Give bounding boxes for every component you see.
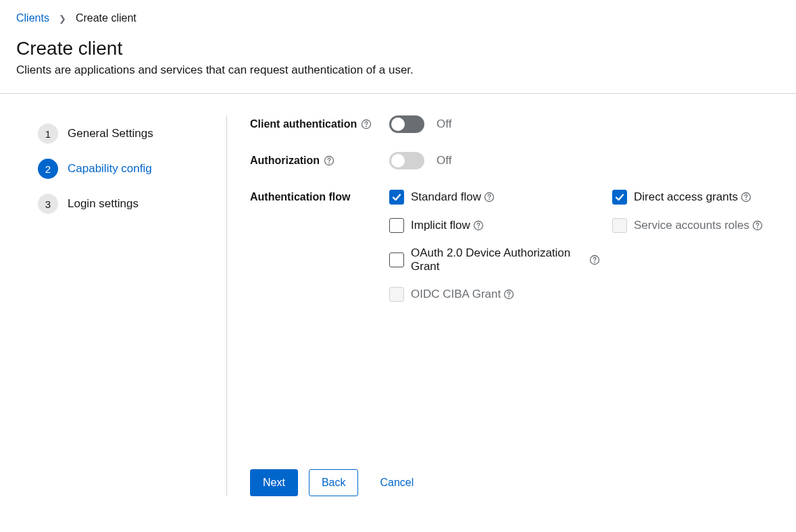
step-number: 2 (38, 159, 58, 179)
label-client-authentication: Client authentication (250, 115, 389, 130)
cancel-button[interactable]: Cancel (369, 470, 424, 496)
toggle-state-label: Off (437, 117, 451, 131)
checkbox-label: Standard flow (411, 190, 481, 204)
checkbox-box (389, 190, 404, 205)
help-icon[interactable] (361, 119, 372, 130)
toggle-authorization (389, 152, 424, 169)
checkbox-box (612, 190, 627, 205)
breadcrumb-parent-link[interactable]: Clients (16, 12, 49, 24)
wizard-nav: 1 General Settings 2 Capability config 3… (16, 115, 227, 496)
wizard-step-login-settings[interactable]: 3 Login settings (38, 194, 226, 214)
wizard-step-capability-config[interactable]: 2 Capability config (38, 159, 226, 179)
label-authorization: Authorization (250, 152, 389, 167)
page-header: Create client Clients are applications a… (0, 31, 796, 93)
wizard-step-general-settings[interactable]: 1 General Settings (38, 124, 226, 144)
step-number: 3 (38, 194, 58, 214)
toggle-knob (391, 117, 405, 131)
label-authentication-flow: Authentication flow (250, 188, 389, 203)
toggle-state-label: Off (437, 154, 451, 167)
back-button[interactable]: Back (309, 469, 359, 496)
checkbox-box (389, 287, 404, 302)
step-number: 1 (38, 124, 58, 144)
checkbox-label: OAuth 2.0 Device Authorization Grant (411, 246, 587, 273)
checkbox-implicit-flow[interactable]: Implicit flow (389, 218, 600, 233)
help-icon[interactable] (473, 220, 484, 231)
breadcrumb: Clients ❯ Create client (0, 0, 796, 31)
page-title: Create client (16, 38, 780, 59)
form-area: Client authentication Off Authorization (227, 115, 780, 496)
checkbox-service-accounts-roles: Service accounts roles (612, 218, 763, 233)
row-authentication-flow: Authentication flow Standard flow (250, 188, 780, 302)
help-icon[interactable] (752, 220, 763, 231)
next-button[interactable]: Next (250, 469, 298, 496)
step-label: Login settings (68, 197, 139, 211)
breadcrumb-current: Create client (76, 12, 136, 24)
row-authorization: Authorization Off (250, 152, 780, 169)
checkbox-direct-access-grants[interactable]: Direct access grants (612, 190, 751, 205)
label-text: Authorization (250, 155, 320, 167)
checkbox-oauth-device-grant[interactable]: OAuth 2.0 Device Authorization Grant (389, 246, 600, 273)
label-text: Authentication flow (250, 191, 350, 203)
help-icon[interactable] (484, 192, 495, 203)
page-description: Clients are applications and services th… (16, 63, 780, 77)
help-icon[interactable] (589, 255, 600, 265)
help-icon[interactable] (324, 155, 334, 166)
checkbox-label: Service accounts roles (634, 219, 749, 232)
form-footer: Next Back Cancel (250, 453, 780, 496)
checkbox-oidc-ciba-grant: OIDC CIBA Grant (389, 287, 600, 302)
checkbox-box (389, 252, 404, 267)
help-icon[interactable] (503, 289, 514, 300)
checkbox-box (389, 218, 404, 233)
checkbox-label: Implicit flow (411, 219, 470, 232)
help-icon[interactable] (741, 192, 751, 203)
label-text: Client authentication (250, 118, 357, 130)
toggle-client-authentication[interactable] (389, 115, 424, 133)
checkbox-label: OIDC CIBA Grant (411, 288, 501, 301)
checkbox-label: Direct access grants (634, 190, 738, 204)
checkbox-box (612, 218, 627, 233)
step-label: Capability config (68, 162, 152, 176)
step-label: General Settings (68, 127, 153, 140)
checkbox-standard-flow[interactable]: Standard flow (389, 190, 600, 205)
toggle-knob (391, 154, 405, 167)
chevron-right-icon: ❯ (59, 14, 66, 24)
row-client-authentication: Client authentication Off (250, 115, 780, 133)
